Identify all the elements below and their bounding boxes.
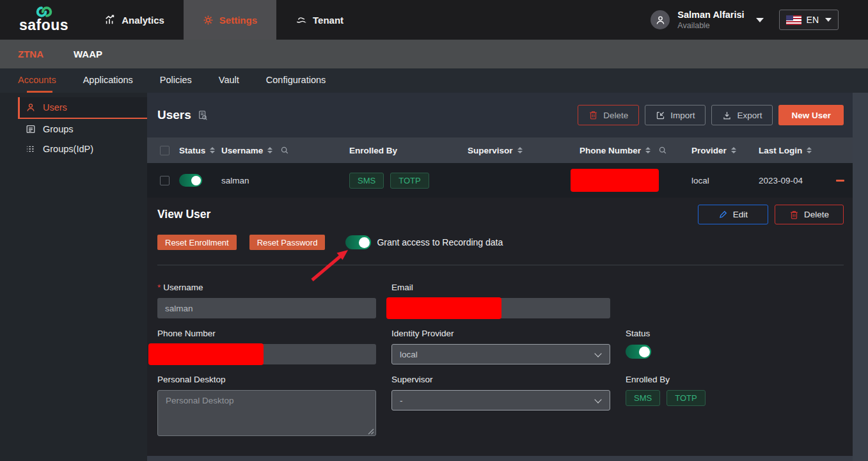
- user-icon: [26, 102, 36, 113]
- trash-icon: [789, 210, 799, 220]
- row-username: salman: [221, 176, 249, 185]
- tab-vault[interactable]: Vault: [219, 75, 239, 93]
- col-username-label: Username: [221, 146, 263, 155]
- row-checkbox[interactable]: [160, 176, 170, 185]
- row-enrolled-badges: SMS TOTP: [349, 173, 429, 189]
- recording-access-toggle[interactable]: [345, 235, 371, 249]
- us-flag-icon: [786, 15, 801, 25]
- brand-name: safous: [19, 18, 68, 33]
- reset-enrollment-button[interactable]: Reset Enrollment: [157, 235, 237, 250]
- totp-badge: TOTP: [390, 173, 429, 189]
- supervisor-select[interactable]: -: [391, 390, 610, 410]
- recording-access-label: Grant access to Recording data: [377, 237, 503, 247]
- col-phone-label: Phone Number: [580, 146, 641, 155]
- groups-icon: [26, 124, 36, 134]
- nav-analytics[interactable]: Analytics: [85, 0, 184, 40]
- page-title: Users: [157, 108, 191, 122]
- export-icon: [722, 111, 732, 120]
- sidebar-users-label: Users: [43, 102, 67, 113]
- sort-phone-icon[interactable]: [645, 147, 651, 153]
- nav-tenant-label: Tenant: [313, 15, 343, 26]
- nav-tenant[interactable]: Tenant: [276, 0, 363, 40]
- sms-badge: SMS: [349, 173, 384, 189]
- search-phone-icon[interactable]: [658, 146, 667, 155]
- delete-users-button[interactable]: Delete: [578, 105, 639, 125]
- supervisor-label: Supervisor: [391, 375, 610, 384]
- enrolled-by-label: Enrolled By: [626, 375, 844, 384]
- select-all-checkbox[interactable]: [160, 146, 170, 155]
- row-provider: local: [691, 176, 709, 185]
- phone-redaction-block-form: [148, 343, 264, 365]
- identity-provider-select[interactable]: local: [391, 344, 610, 364]
- delete-users-label: Delete: [603, 111, 628, 120]
- col-enrolledby-label: Enrolled By: [349, 146, 397, 155]
- sort-provider-icon[interactable]: [731, 147, 736, 153]
- sort-supervisor-icon[interactable]: [517, 147, 523, 153]
- tab-accounts[interactable]: Accounts: [18, 75, 56, 93]
- col-lastlogin-label: Last Login: [759, 146, 802, 155]
- users-actions: Delete Import: [578, 105, 844, 125]
- new-user-label: New User: [791, 111, 831, 120]
- tab-configurations[interactable]: Configurations: [266, 75, 326, 93]
- safous-logo[interactable]: safous: [0, 0, 85, 40]
- user-name: Salman Alfarisi: [677, 10, 744, 20]
- sidebar-item-users[interactable]: Users: [18, 97, 147, 119]
- import-icon: [656, 111, 665, 120]
- reset-password-button[interactable]: Reset Password: [249, 235, 326, 250]
- edit-user-label: Edit: [733, 210, 748, 219]
- scrollbar[interactable]: [853, 93, 868, 461]
- edit-user-button[interactable]: Edit: [698, 205, 768, 224]
- sidebar-item-groups[interactable]: Groups: [18, 119, 147, 139]
- export-button[interactable]: Export: [711, 105, 773, 125]
- view-user-panel: View User Edit: [147, 198, 853, 456]
- nav-settings[interactable]: Settings: [184, 0, 276, 40]
- tab-applications[interactable]: Applications: [83, 75, 133, 93]
- required-marker: *: [157, 283, 161, 292]
- supervisor-value: -: [400, 396, 403, 405]
- email-label: Email: [391, 283, 610, 292]
- tab-policies[interactable]: Policies: [160, 75, 192, 93]
- phone-redaction-block: [571, 169, 659, 192]
- user-menu[interactable]: Salman Alfarisi Available: [677, 10, 744, 30]
- collapse-row-minus-icon[interactable]: [836, 180, 844, 182]
- chevron-down-icon: [594, 350, 601, 357]
- col-supervisor-label: Supervisor: [468, 146, 513, 155]
- row-last-login: 2023-09-04: [759, 176, 803, 185]
- delete-user-button[interactable]: Delete: [775, 205, 844, 224]
- new-user-button[interactable]: New User: [778, 105, 844, 125]
- enrolled-by-badges: SMS TOTP: [626, 390, 844, 406]
- personal-desktop-field[interactable]: [157, 390, 376, 436]
- delete-user-label: Delete: [804, 210, 829, 219]
- phone-label: Phone Number: [157, 329, 376, 338]
- status-toggle[interactable]: [626, 345, 651, 359]
- sort-status-icon[interactable]: [210, 147, 215, 153]
- sidebar-item-groups-idp[interactable]: Groups(IdP): [18, 139, 147, 159]
- export-label: Export: [737, 111, 762, 120]
- col-status-label: Status: [179, 146, 205, 155]
- top-navbar: safous Analytics Settings: [0, 0, 868, 40]
- user-menu-caret-icon[interactable]: [756, 18, 764, 22]
- search-username-icon[interactable]: [280, 146, 289, 155]
- content-area: Users: [147, 93, 868, 461]
- import-button[interactable]: Import: [645, 105, 706, 125]
- col-provider-label: Provider: [691, 146, 727, 155]
- language-selector[interactable]: EN: [779, 10, 839, 30]
- tab-ztna[interactable]: ZTNA: [18, 49, 43, 59]
- username-field[interactable]: [157, 298, 376, 318]
- topnav-right: Salman Alfarisi Available EN: [651, 0, 868, 40]
- users-table-header: Status Username Enrolled By: [147, 137, 853, 163]
- sort-username-icon[interactable]: [267, 147, 272, 153]
- sidebar: Users Groups Groups(IdP): [0, 93, 147, 461]
- personal-desktop-label: Personal Desktop: [157, 375, 376, 384]
- table-row[interactable]: salman SMS TOTP local 2023-09-04: [147, 163, 853, 198]
- username-label: * Username: [157, 283, 376, 292]
- sms-badge: SMS: [626, 390, 660, 406]
- view-user-form: * Username Email: [157, 283, 844, 439]
- row-status-toggle[interactable]: [179, 174, 202, 187]
- avatar[interactable]: [651, 10, 670, 29]
- document-search-icon[interactable]: [198, 110, 208, 121]
- user-status: Available: [677, 21, 744, 30]
- language-code: EN: [807, 15, 819, 25]
- sort-lastlogin-icon[interactable]: [807, 147, 812, 153]
- tab-waap[interactable]: WAAP: [74, 49, 102, 59]
